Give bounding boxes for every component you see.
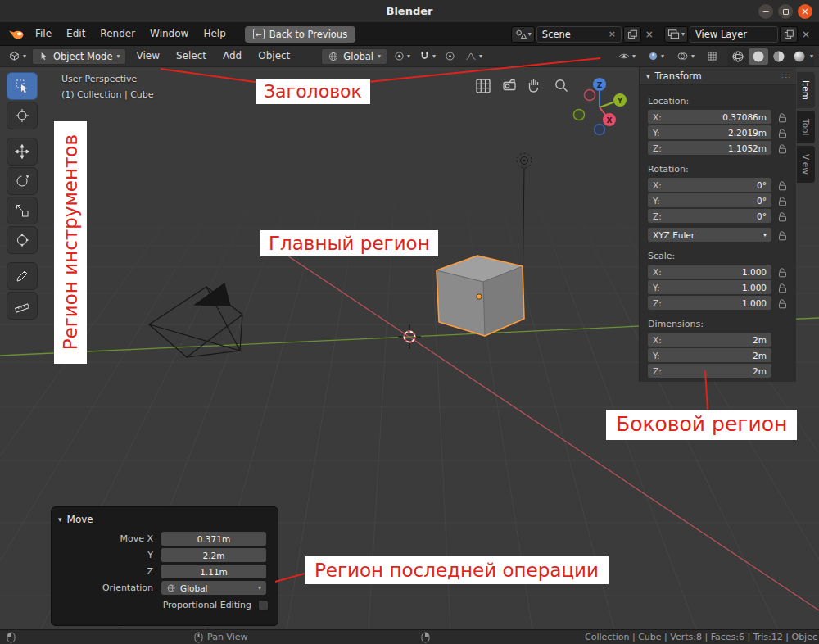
- move-y-field[interactable]: 2.2m: [161, 548, 266, 562]
- transform-tool[interactable]: [7, 226, 38, 254]
- menu-window[interactable]: Window: [143, 23, 196, 45]
- move-x-field[interactable]: 0.371m: [161, 532, 266, 546]
- rotation-x-field[interactable]: X:0°: [648, 178, 771, 192]
- menu-object[interactable]: Object: [251, 46, 296, 66]
- transform-panel-header[interactable]: ▾ Transform ∷∷: [640, 67, 796, 85]
- rotation-y-field[interactable]: Y:0°: [648, 193, 771, 207]
- lock-icon[interactable]: [776, 110, 788, 125]
- lock-icon[interactable]: [776, 296, 788, 311]
- menu-view[interactable]: View: [129, 46, 165, 66]
- location-y-field[interactable]: Y:2.2019m: [648, 125, 771, 139]
- ortho-grid-icon[interactable]: [477, 79, 490, 93]
- dimensions-x-field[interactable]: X:2m: [648, 333, 771, 347]
- lock-icon[interactable]: [776, 125, 788, 141]
- lock-icon[interactable]: [776, 265, 788, 280]
- blender-logo-icon[interactable]: [8, 28, 25, 40]
- xray-toggle[interactable]: [704, 50, 721, 62]
- scale-icon: [14, 202, 30, 219]
- location-x-field[interactable]: X:0.37086m: [648, 110, 771, 124]
- titlebar[interactable]: Blender − ×: [0, 0, 819, 23]
- shading-rendered-button[interactable]: [790, 48, 809, 65]
- pivot-point-selector[interactable]: ▾: [391, 50, 413, 62]
- gizmo-z-negative[interactable]: [595, 125, 605, 135]
- menu-add[interactable]: Add: [216, 46, 248, 66]
- menu-file[interactable]: File: [28, 23, 59, 45]
- layers-icon: [667, 28, 680, 40]
- shading-solid-button[interactable]: [749, 48, 768, 65]
- dimensions-z-field[interactable]: Z:2m: [648, 364, 771, 378]
- object-visibility-selector[interactable]: ▾: [615, 50, 638, 62]
- gizmo-x-negative[interactable]: [585, 90, 595, 101]
- shading-material-button[interactable]: [769, 48, 789, 65]
- proportional-falloff-selector[interactable]: ▾: [462, 50, 485, 62]
- axis-gizmo[interactable]: Z Y X: [574, 78, 627, 135]
- lock-icon[interactable]: [776, 178, 788, 193]
- proportional-editing-checkbox[interactable]: [258, 600, 269, 610]
- annotate-tool[interactable]: [7, 262, 38, 290]
- pan-hand-icon[interactable]: [530, 79, 538, 92]
- shading-wireframe-button[interactable]: [728, 48, 748, 65]
- lock-icon[interactable]: [776, 141, 788, 156]
- rotation-group: X:0° Y:0° Z:0°: [648, 178, 788, 224]
- orientation-dropdown[interactable]: Global ▾: [161, 581, 266, 595]
- menu-help[interactable]: Help: [196, 23, 233, 45]
- move-icon: [14, 143, 30, 160]
- scale-x-field[interactable]: X:1.000: [648, 265, 771, 279]
- lock-icon[interactable]: [776, 280, 788, 296]
- collapse-triangle-icon: ▾: [58, 515, 62, 524]
- camera-view-icon[interactable]: [504, 80, 515, 90]
- lock-icon[interactable]: [776, 209, 788, 224]
- scale-tool[interactable]: [7, 197, 38, 224]
- view-layer-browse-button[interactable]: ▾: [664, 26, 688, 43]
- rotate-tool[interactable]: [7, 167, 38, 195]
- gizmos-toggle[interactable]: ▾: [645, 50, 667, 62]
- select-box-tool[interactable]: [7, 72, 38, 100]
- remove-view-layer-button[interactable]: ×: [799, 29, 812, 40]
- unlink-scene-button[interactable]: ×: [643, 29, 656, 40]
- rotation-z-field[interactable]: Z:0°: [648, 209, 771, 223]
- menu-edit[interactable]: Edit: [59, 23, 93, 45]
- close-button[interactable]: ×: [798, 4, 812, 19]
- tab-view[interactable]: View: [797, 146, 815, 183]
- mode-selector[interactable]: Object Mode ▾: [32, 48, 126, 65]
- viewport-overlay-text: User Perspective (1) Collection | Cube: [61, 74, 154, 105]
- location-z-field[interactable]: Z:1.1052m: [648, 141, 771, 155]
- object-origin-dot: [477, 294, 482, 299]
- lock-icon[interactable]: [776, 228, 788, 243]
- new-scene-button[interactable]: [623, 26, 641, 43]
- zoom-magnifier-icon[interactable]: [556, 80, 568, 92]
- transform-icon: [14, 232, 30, 248]
- editor-type-selector[interactable]: ▾: [5, 49, 29, 63]
- cube-object[interactable]: [437, 256, 524, 336]
- move-z-field[interactable]: 1.11m: [161, 565, 266, 578]
- back-to-previous-button[interactable]: ← Back to Previous: [245, 26, 355, 43]
- scale-y-field[interactable]: Y:1.000: [648, 280, 771, 294]
- viewport-context-label: (1) Collection | Cube: [61, 89, 154, 100]
- scene-name-field[interactable]: Scene ×: [536, 26, 622, 43]
- move-tool[interactable]: [7, 138, 38, 166]
- gizmo-y-negative[interactable]: [574, 110, 585, 120]
- maximize-button[interactable]: [778, 4, 793, 19]
- menu-select[interactable]: Select: [170, 46, 213, 66]
- proportional-editing-toggle[interactable]: [441, 50, 459, 62]
- scene-clear-icon[interactable]: ×: [602, 29, 616, 39]
- dimensions-y-field[interactable]: Y:2m: [648, 348, 771, 362]
- overlays-toggle[interactable]: ▾: [673, 50, 697, 62]
- lock-icon[interactable]: [776, 193, 788, 209]
- measure-tool[interactable]: [7, 292, 38, 320]
- pivot-icon: [393, 50, 405, 62]
- scale-z-field[interactable]: Z:1.000: [648, 296, 771, 310]
- tab-item[interactable]: Item: [797, 72, 815, 108]
- scene-browse-button[interactable]: ▾: [511, 26, 535, 43]
- snap-toggle[interactable]: ▾: [416, 50, 438, 62]
- transform-orientation-selector[interactable]: Global ▾: [321, 48, 387, 65]
- operator-panel-header[interactable]: ▾ Move: [58, 512, 271, 527]
- tab-tool[interactable]: Tool: [797, 111, 815, 143]
- rotation-mode-dropdown[interactable]: XYZ Euler▾: [648, 228, 771, 242]
- menu-render[interactable]: Render: [93, 23, 143, 45]
- view-layer-name-field[interactable]: View Layer: [690, 26, 778, 43]
- minimize-button[interactable]: −: [758, 4, 773, 19]
- chevron-down-icon[interactable]: ▾: [810, 53, 813, 60]
- new-view-layer-button[interactable]: [780, 26, 798, 43]
- cursor-tool[interactable]: [7, 102, 38, 129]
